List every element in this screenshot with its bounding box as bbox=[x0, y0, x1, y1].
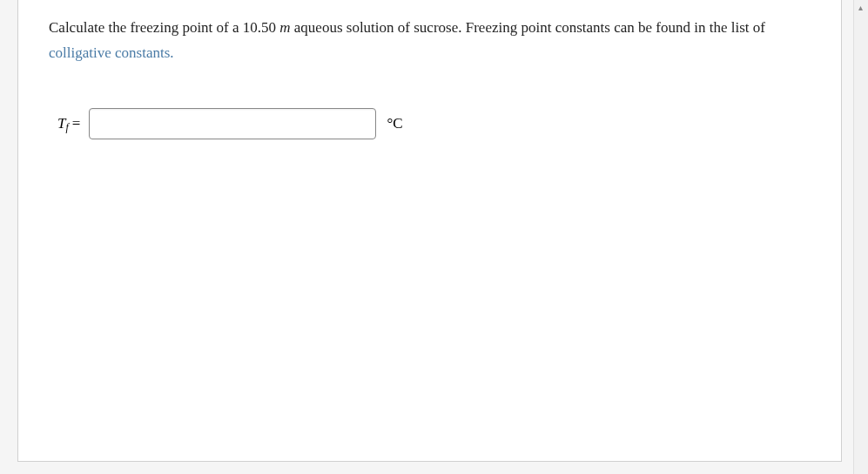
answer-input-row: Tf = °C bbox=[49, 108, 811, 139]
colligative-constants-link[interactable]: colligative constants. bbox=[49, 44, 174, 61]
variable-main: T bbox=[57, 115, 65, 132]
question-panel: Calculate the freezing point of a 10.50 … bbox=[17, 0, 842, 462]
freezing-point-input[interactable] bbox=[89, 108, 376, 139]
unit-label: °C bbox=[387, 115, 402, 132]
variable-subscript: f bbox=[65, 121, 68, 134]
vertical-scrollbar[interactable]: ▴ bbox=[853, 0, 868, 474]
variable-label: Tf = bbox=[57, 115, 80, 132]
question-text-part1: Calculate the freezing point of a 10.50 bbox=[49, 19, 279, 36]
scroll-up-icon[interactable]: ▴ bbox=[853, 0, 868, 15]
question-text-part2: aqueous solution of sucrose. Freezing po… bbox=[291, 19, 765, 36]
molality-symbol: m bbox=[279, 19, 290, 36]
equals-sign: = bbox=[72, 115, 81, 132]
question-text: Calculate the freezing point of a 10.50 … bbox=[49, 16, 811, 66]
